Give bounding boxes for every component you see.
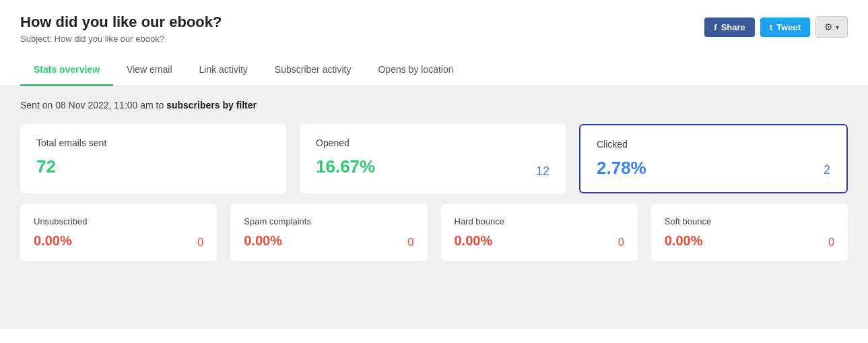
facebook-icon: f [714, 22, 716, 32]
card-count-soft-bounce: 0 [828, 237, 834, 249]
settings-button[interactable]: ⚙ ▾ [815, 16, 848, 38]
card-value-hard-bounce: 0.00% [455, 233, 624, 249]
sent-info: Sent on 08 Nov 2022, 11:00 am to subscri… [20, 100, 848, 111]
card-opened: Opened 16.67% 12 [300, 124, 566, 193]
card-value-clicked: 2.78% [597, 158, 830, 179]
sent-info-highlight: subscribers by filter [166, 100, 257, 111]
card-count-hard-bounce: 0 [618, 237, 624, 249]
page-title: How did you like our ebook? [20, 13, 222, 31]
card-count-clicked: 2 [824, 163, 830, 177]
tweet-label: Tweet [776, 22, 801, 32]
card-label-hard-bounce: Hard bounce [455, 216, 624, 226]
card-label-clicked: Clicked [597, 139, 830, 150]
card-label-soft-bounce: Soft bounce [665, 216, 834, 226]
tweet-button[interactable]: t Tweet [760, 18, 810, 37]
card-value-unsubscribed: 0.00% [34, 233, 203, 249]
page-wrapper: How did you like our ebook? Subject: How… [0, 0, 868, 343]
tab-view-email[interactable]: View email [113, 55, 185, 86]
card-spam-complaints: Spam complaints 0.00% 0 [230, 204, 427, 261]
card-clicked: Clicked 2.78% 2 [579, 124, 848, 193]
tab-subscriber-activity[interactable]: Subscriber activity [261, 55, 365, 86]
card-label-spam-complaints: Spam complaints [244, 216, 413, 226]
tab-stats-overview[interactable]: Stats overview [20, 55, 113, 86]
header-left: How did you like our ebook? Subject: How… [20, 13, 222, 44]
page-subtitle: Subject: How did you like our ebook? [20, 34, 222, 44]
card-value-spam-complaints: 0.00% [244, 233, 413, 249]
tab-link-activity[interactable]: Link activity [186, 55, 261, 86]
card-soft-bounce: Soft bounce 0.00% 0 [651, 204, 848, 261]
sent-info-prefix: Sent on 08 Nov 2022, 11:00 am to [20, 100, 166, 111]
tab-opens-by-location[interactable]: Opens by location [364, 55, 467, 86]
bottom-cards-row: Unsubscribed 0.00% 0 Spam complaints 0.0… [20, 204, 848, 261]
chevron-down-icon: ▾ [836, 24, 839, 31]
card-count-unsubscribed: 0 [197, 237, 203, 249]
card-unsubscribed: Unsubscribed 0.00% 0 [20, 204, 217, 261]
share-button[interactable]: f Share [704, 18, 754, 37]
card-label-opened: Opened [316, 137, 549, 148]
twitter-icon: t [770, 22, 772, 32]
card-count-spam-complaints: 0 [408, 237, 414, 249]
main-content: Sent on 08 Nov 2022, 11:00 am to subscri… [0, 86, 868, 329]
card-count-opened: 12 [536, 164, 549, 179]
card-total-emails-sent: Total emails sent 72 [20, 124, 286, 193]
card-value-soft-bounce: 0.00% [665, 233, 834, 249]
card-label-unsubscribed: Unsubscribed [34, 216, 203, 226]
header-actions: f Share t Tweet ⚙ ▾ [704, 16, 848, 38]
gear-icon: ⚙ [824, 22, 833, 32]
top-cards-row: Total emails sent 72 Opened 16.67% 12 Cl… [20, 124, 848, 193]
tabs-bar: Stats overview View email Link activity … [0, 55, 868, 86]
card-value-opened: 16.67% [316, 156, 549, 177]
card-label-total-emails-sent: Total emails sent [36, 137, 270, 148]
header: How did you like our ebook? Subject: How… [0, 0, 868, 44]
card-hard-bounce: Hard bounce 0.00% 0 [441, 204, 638, 261]
card-value-total-emails-sent: 72 [36, 156, 270, 177]
share-label: Share [721, 22, 745, 32]
